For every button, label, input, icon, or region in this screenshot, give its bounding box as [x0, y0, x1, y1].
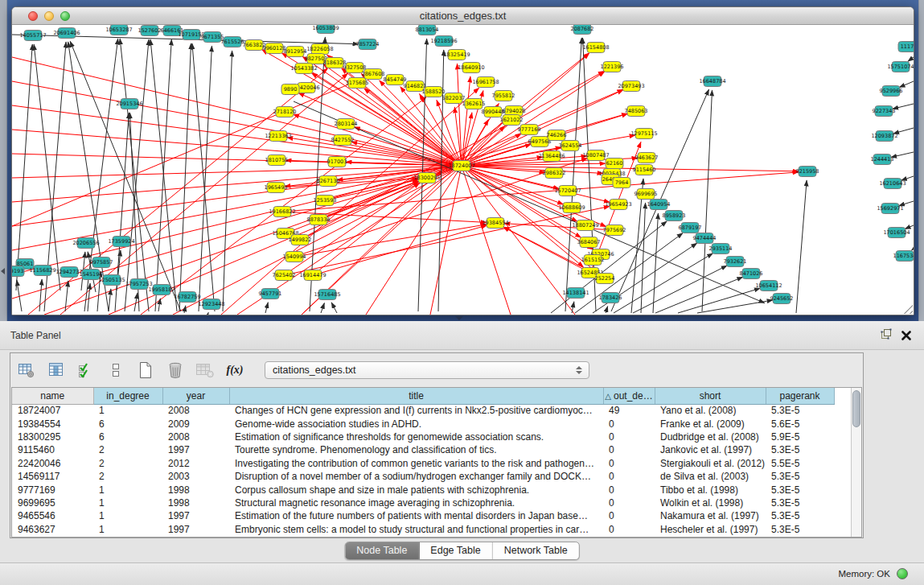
graph-node[interactable]: 9777169 — [518, 125, 541, 135]
table-cell[interactable]: 5.3E-5 — [766, 443, 834, 456]
graph-node[interactable]: 9699695 — [634, 189, 658, 200]
table-cell[interactable]: 1 — [93, 509, 162, 522]
table-cell[interactable]: 1997 — [162, 509, 229, 522]
table-cell[interactable]: 5.3E-5 — [766, 496, 834, 509]
table-row[interactable]: 911546021997Tourette syndrome. Phenomeno… — [12, 443, 834, 456]
graph-node[interactable]: 8215958 — [796, 167, 819, 177]
graph-node[interactable]: 12505135 — [98, 275, 125, 286]
graph-node[interactable]: 39193 — [12, 266, 24, 277]
graph-node[interactable]: 10653287 — [105, 25, 132, 35]
graph-node[interactable]: 9463627 — [635, 153, 659, 163]
graph-node[interactable]: 9890 — [281, 84, 299, 95]
memory-status-indicator[interactable] — [897, 568, 908, 579]
table-cell[interactable]: 1998 — [162, 496, 229, 509]
tab-node-table[interactable]: Node Table — [345, 542, 419, 559]
graph-node[interactable]: 1499822 — [289, 235, 312, 245]
table-cell[interactable]: Stergiakouli et al. (2012) — [655, 457, 766, 470]
graph-node[interactable]: 1117 — [898, 42, 914, 52]
graph-node[interactable]: 15751074 — [887, 62, 914, 72]
column-header-year[interactable]: year — [162, 388, 229, 404]
table-cell[interactable]: 5.3E-5 — [766, 509, 834, 522]
table-cell[interactable]: Genome-wide association studies in ADHD. — [229, 417, 603, 430]
graph-node[interactable]: 8878334 — [307, 215, 331, 225]
graph-node[interactable]: 1221396 — [601, 62, 624, 72]
graph-node[interactable]: 8813054 — [416, 25, 439, 35]
graph-node[interactable]: 8958923 — [663, 211, 686, 221]
table-cell[interactable]: 22420046 — [12, 457, 93, 470]
table-cell[interactable]: 1 — [93, 404, 162, 417]
graph-node[interactable]: 1783426 — [599, 293, 622, 303]
delete-column-button[interactable] — [166, 360, 185, 381]
table-cell[interactable]: Investigating the contribution of common… — [229, 457, 603, 470]
table-cell[interactable]: Structural magnetic resonance image aver… — [229, 496, 603, 509]
graph-node[interactable]: 2718120 — [273, 107, 297, 117]
table-cell[interactable]: Franke et al. (2009) — [655, 417, 766, 430]
graph-node[interactable]: 9115460 — [633, 165, 656, 175]
graph-node[interactable]: 10688609 — [558, 203, 585, 213]
graph-node[interactable]: 3175685 — [346, 78, 369, 89]
table-cell[interactable]: 2 — [93, 443, 162, 456]
graph-node[interactable]: 20915346 — [116, 99, 142, 109]
graph-node[interactable]: 1640954 — [647, 200, 671, 210]
table-cell[interactable]: Disruption of a novel member of a sodium… — [229, 470, 603, 483]
graph-node[interactable]: 16053809 — [312, 25, 339, 34]
table-cell[interactable]: 2 — [93, 457, 162, 470]
graph-node[interactable]: 9474444 — [693, 233, 717, 244]
table-row[interactable]: 1938455462009Genome-wide association stu… — [12, 417, 834, 430]
table-cell[interactable]: 5.3E-5 — [766, 483, 834, 496]
graph-node[interactable]: 9245652 — [770, 294, 794, 304]
graph-node[interactable]: 7964 — [613, 178, 630, 188]
table-cell[interactable]: 1 — [93, 496, 162, 509]
table-cell[interactable]: Jankovic et al. (1997) — [655, 443, 766, 456]
graph-node[interactable]: 2803144 — [335, 119, 358, 130]
window-titlebar[interactable]: citations_edges.txt — [12, 7, 914, 25]
table-cell[interactable]: 0 — [603, 470, 655, 483]
graph-node[interactable]: 1167534 — [893, 251, 914, 262]
graph-node[interactable]: 1965493 — [265, 183, 288, 193]
graph-node[interactable]: 1362615 — [462, 99, 486, 109]
table-cell[interactable]: 0 — [603, 417, 655, 430]
table-cell[interactable]: 9465546 — [12, 509, 93, 522]
graph-node[interactable]: 11156829 — [29, 266, 55, 276]
graph-node[interactable]: 7485063 — [625, 106, 648, 117]
table-cell[interactable]: 1997 — [162, 523, 229, 536]
table-cell[interactable]: 9115460 — [12, 443, 93, 456]
new-column-button[interactable] — [136, 360, 155, 381]
table-cell[interactable]: 1998 — [162, 483, 229, 496]
import-table-button-disabled[interactable] — [195, 360, 215, 381]
table-cell[interactable]: Hescheler et al. (1997) — [655, 523, 766, 536]
function-builder-button[interactable]: f(x) — [225, 360, 244, 381]
table-row[interactable]: 1872400712008Changes of HCN gene express… — [12, 404, 834, 417]
column-header-name[interactable]: name — [12, 388, 93, 404]
select-all-rows-button[interactable] — [76, 360, 96, 381]
select-columns-button[interactable] — [47, 360, 66, 381]
graph-node[interactable]: 12975115 — [630, 129, 657, 139]
table-vertical-scrollbar[interactable] — [851, 388, 861, 537]
graph-node[interactable]: 8990448 — [482, 107, 505, 117]
graph-node[interactable]: 9457791 — [259, 289, 282, 299]
graph-node[interactable]: 16782759 — [174, 292, 200, 303]
column-settings-button[interactable] — [17, 360, 36, 381]
table-cell[interactable]: Wolkin et al. (1998) — [655, 496, 766, 509]
graph-node[interactable]: 62160 — [606, 159, 623, 169]
table-cell[interactable]: Dudbridge et al. (2008) — [655, 431, 766, 443]
table-row[interactable]: 1456911722003Disruption of a novel membe… — [12, 470, 834, 483]
table-cell[interactable]: 1 — [93, 523, 162, 536]
table-cell[interactable]: 1997 — [162, 443, 229, 456]
graph-node[interactable]: 252254 — [595, 274, 615, 284]
graph-node[interactable]: 6879197 — [679, 223, 702, 233]
table-source-dropdown[interactable]: citations_edges.txt — [265, 361, 589, 379]
table-row[interactable]: 969969511998Structural magnetic resonanc… — [12, 496, 834, 509]
collapse-arrow-icon[interactable] — [1, 268, 5, 274]
table-cell[interactable]: Changes of HCN gene expression and I(f) … — [229, 404, 603, 417]
column-header-in_degree[interactable]: in_degree — [93, 388, 162, 404]
table-cell[interactable]: 0 — [603, 496, 655, 509]
table-cell[interactable]: Embryonic stem cells: a model to study s… — [229, 523, 603, 536]
float-panel-icon[interactable] — [881, 328, 892, 343]
graph-node[interactable]: 2935114 — [709, 244, 733, 254]
graph-node[interactable]: 8267130 — [317, 176, 340, 187]
graph-node[interactable]: 10654112 — [755, 281, 782, 291]
table-cell[interactable]: Estimation of the future numbers of pati… — [229, 509, 603, 522]
table-cell[interactable]: 1 — [93, 483, 162, 496]
table-cell[interactable]: 5.9E-5 — [766, 431, 834, 443]
